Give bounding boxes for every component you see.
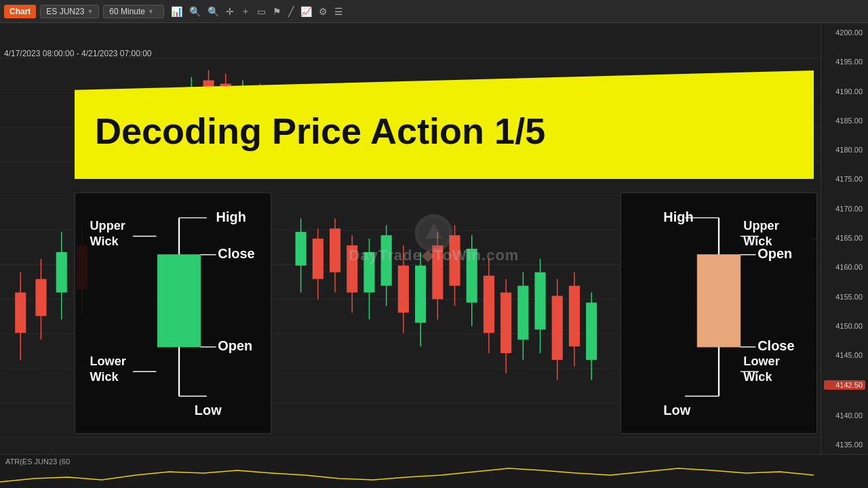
price-4175: 4175.00 bbox=[824, 175, 865, 183]
atr-bar: ATR(ES JUN23 (60 bbox=[0, 454, 868, 488]
svg-rect-15 bbox=[347, 245, 357, 293]
svg-rect-1 bbox=[15, 293, 26, 333]
trend-icon[interactable]: ╱ bbox=[288, 6, 294, 17]
zoom-out-icon[interactable]: 🔍 bbox=[208, 6, 219, 17]
chart-area: 4/17/2023 08:00:00 - 4/21/2023 07:00:00 bbox=[0, 23, 868, 454]
svg-rect-60 bbox=[157, 255, 201, 347]
crosshair-icon[interactable]: ✛ bbox=[226, 6, 234, 17]
svg-rect-23 bbox=[415, 266, 426, 323]
svg-text:Low: Low bbox=[195, 403, 222, 418]
symbol-label: ES JUN23 bbox=[46, 7, 84, 16]
svg-text:Lower: Lower bbox=[743, 354, 779, 368]
price-4150: 4150.00 bbox=[824, 322, 865, 330]
atr-wave-svg bbox=[0, 458, 814, 485]
svg-text:Wick: Wick bbox=[743, 370, 772, 384]
left-candle-diagram: High Upper Wick Close Open Lower Wick Lo… bbox=[75, 192, 271, 434]
price-axis: 4200.00 4195.00 4190.00 4185.00 4180.00 … bbox=[821, 23, 868, 454]
left-candle-svg: High Upper Wick Close Open Lower Wick Lo… bbox=[75, 193, 271, 433]
flag-icon[interactable]: ⚑ bbox=[273, 6, 281, 17]
svg-text:Upper: Upper bbox=[90, 219, 125, 232]
price-4170: 4170.00 bbox=[824, 205, 865, 213]
symbol-chevron: ▼ bbox=[87, 8, 93, 15]
settings-icon[interactable]: ⚙ bbox=[319, 6, 328, 17]
price-4185: 4185.00 bbox=[824, 117, 865, 125]
banner-title: Decoding Price Action 1/5 bbox=[95, 111, 545, 151]
svg-rect-11 bbox=[313, 239, 323, 279]
svg-rect-37 bbox=[535, 272, 546, 329]
svg-rect-43 bbox=[586, 302, 597, 359]
svg-text:Lower: Lower bbox=[90, 354, 125, 368]
svg-text:High: High bbox=[216, 209, 246, 224]
zoom-in-icon[interactable]: 🔍 bbox=[189, 6, 201, 17]
timeframe-dropdown[interactable]: 60 Minute ▼ bbox=[103, 5, 164, 18]
topbar: Chart ES JUN23 ▼ 60 Minute ▼ 📊 🔍 🔍 ✛ ＋ ▭… bbox=[0, 0, 868, 23]
svg-rect-9 bbox=[296, 232, 307, 266]
svg-rect-33 bbox=[500, 293, 511, 353]
svg-rect-41 bbox=[569, 286, 580, 346]
price-4160: 4160.00 bbox=[824, 263, 865, 271]
price-4145: 4145.00 bbox=[824, 351, 865, 359]
svg-rect-5 bbox=[56, 252, 67, 293]
svg-rect-39 bbox=[552, 296, 563, 360]
indicator-icon[interactable]: 📈 bbox=[300, 6, 312, 17]
toolbar-icons: 📊 🔍 🔍 ✛ ＋ ▭ ⚑ ╱ 📈 ⚙ ☰ bbox=[171, 5, 343, 18]
svg-rect-31 bbox=[484, 276, 494, 333]
svg-text:Close: Close bbox=[218, 246, 254, 261]
price-4135: 4135.00 bbox=[824, 441, 865, 449]
svg-rect-13 bbox=[330, 228, 340, 272]
plus-icon[interactable]: ＋ bbox=[241, 5, 250, 18]
svg-text:Wick: Wick bbox=[90, 235, 119, 248]
svg-rect-19 bbox=[381, 235, 392, 286]
svg-text:Open: Open bbox=[757, 246, 792, 261]
bar-chart-icon[interactable]: 📊 bbox=[171, 6, 182, 17]
right-candle-svg: High Upper Wick Open Close Lower Wick Lo… bbox=[621, 193, 816, 433]
price-4190: 4190.00 bbox=[824, 87, 865, 96]
timeframe-label: 60 Minute bbox=[109, 7, 145, 16]
svg-text:Open: Open bbox=[218, 338, 252, 353]
price-4195: 4195.00 bbox=[824, 58, 865, 66]
right-candle-diagram: High Upper Wick Open Close Lower Wick Lo… bbox=[620, 192, 817, 434]
price-4155: 4155.00 bbox=[824, 293, 865, 301]
svg-rect-29 bbox=[467, 249, 477, 302]
price-4200: 4200.00 bbox=[824, 28, 865, 37]
svg-text:Close: Close bbox=[757, 338, 794, 353]
chart-tab[interactable]: Chart bbox=[4, 5, 36, 18]
list-icon[interactable]: ☰ bbox=[334, 6, 343, 17]
svg-rect-17 bbox=[363, 252, 374, 293]
svg-text:High: High bbox=[663, 209, 693, 224]
svg-rect-35 bbox=[517, 286, 528, 340]
price-4165: 4165.00 bbox=[824, 234, 865, 242]
svg-rect-25 bbox=[432, 245, 443, 299]
svg-text:Upper: Upper bbox=[743, 219, 778, 232]
timeframe-chevron: ▼ bbox=[148, 8, 154, 15]
symbol-dropdown[interactable]: ES JUN23 ▼ bbox=[40, 5, 99, 18]
svg-rect-77 bbox=[697, 255, 741, 347]
price-4180: 4180.00 bbox=[824, 146, 865, 154]
svg-rect-3 bbox=[35, 279, 46, 317]
svg-text:Wick: Wick bbox=[90, 370, 119, 384]
price-4142-current: 4142.50 bbox=[824, 380, 865, 390]
price-4140: 4140.00 bbox=[824, 411, 865, 420]
rect-icon[interactable]: ▭ bbox=[257, 6, 266, 17]
svg-rect-21 bbox=[398, 266, 409, 313]
svg-rect-27 bbox=[449, 235, 460, 286]
svg-text:Low: Low bbox=[663, 403, 690, 418]
